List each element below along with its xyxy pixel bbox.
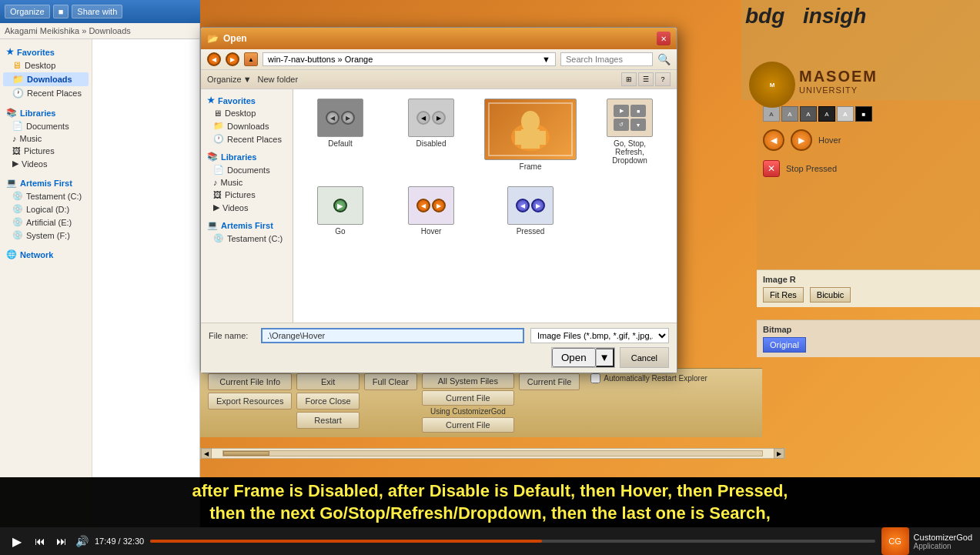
sidebar-item-logical[interactable]: 💿 Logical (D:)	[3, 202, 89, 216]
panel-btn-4[interactable]: A	[818, 106, 835, 122]
dialog-search-input[interactable]	[560, 52, 653, 66]
file-item-frame[interactable]: Frame	[481, 95, 580, 174]
file-item-pressed[interactable]: ◀ ▶ Pressed	[481, 183, 580, 239]
include-library-btn[interactable]: ■	[53, 5, 69, 18]
force-close-btn[interactable]: Force Close	[296, 393, 359, 410]
progress-bar[interactable]	[150, 540, 875, 543]
exit-btn[interactable]: Exit	[296, 373, 359, 390]
nav-desktop-icon: 🖥	[213, 109, 222, 118]
restart-btn[interactable]: Restart	[296, 412, 359, 429]
dialog-back-btn[interactable]: ◀	[207, 52, 221, 66]
network-title[interactable]: 🌐 Network	[3, 248, 89, 261]
dialog-cancel-btn[interactable]: Cancel	[620, 347, 669, 368]
play-btn[interactable]: ▶	[8, 532, 26, 550]
sidebar-item-artificial[interactable]: 💿 Artificial (E:)	[3, 216, 89, 229]
sidebar-item-documents[interactable]: 📄 Documents	[3, 119, 89, 132]
step-back-btn[interactable]: ⏮	[32, 533, 48, 549]
stop-pressed-icon[interactable]: ✕	[763, 160, 780, 177]
sidebar-item-system[interactable]: 💿 System (F:)	[3, 229, 89, 242]
full-clear-btn[interactable]: Full Clear	[364, 373, 417, 390]
using-customizer-label: Using CustomizerGod	[430, 407, 506, 416]
sidebar-item-music[interactable]: ♪ Music	[3, 132, 89, 145]
auto-restart-checkbox[interactable]	[590, 373, 600, 383]
artemis-icon: 💻	[207, 220, 218, 230]
dialog-open-arrow-btn[interactable]: ▼	[596, 348, 614, 367]
export-resources-btn[interactable]: Export Resources	[208, 393, 292, 410]
bitmap-btns: Original	[763, 337, 974, 353]
filename-input[interactable]	[261, 328, 524, 343]
view-btn-3[interactable]: ?	[655, 72, 671, 86]
sidebar-item-recent[interactable]: 🕐 Recent Places	[3, 86, 89, 100]
step-forward-btn[interactable]: ⏭	[54, 533, 69, 549]
hover-back-btn[interactable]: ◀	[763, 129, 784, 151]
dialog-forward-btn[interactable]: ▶	[226, 52, 239, 66]
lib-icon: 📚	[207, 152, 218, 162]
panel-btn-bold[interactable]: A	[837, 106, 854, 122]
file-item-gostop[interactable]: ▶ ■ ↺ ▼ Go, Stop,Refresh,Dropdown	[589, 95, 671, 174]
dialog-nav-pictures[interactable]: 🖼 Pictures	[204, 189, 289, 201]
view-btn-2[interactable]: ☰	[638, 72, 654, 86]
dialog-nav-videos[interactable]: ▶ Videos	[204, 201, 289, 214]
sidebar-item-testament[interactable]: 💿 Testament (C:)	[3, 189, 89, 202]
dialog-artemis-title[interactable]: 💻 Artemis First	[204, 219, 289, 232]
libraries-title[interactable]: 📚 Libraries	[3, 106, 89, 119]
panel-btn-2[interactable]: A	[781, 106, 798, 122]
dialog-nav-testament[interactable]: 💿 Testament (C:)	[204, 232, 289, 245]
organize-btn[interactable]: Organize	[5, 5, 50, 18]
dialog-address-text: win-7-nav-buttons » Orange	[268, 55, 373, 64]
file-item-hover[interactable]: ◀ ▶ Hover	[390, 183, 472, 239]
current-file-1-btn[interactable]: Current File	[422, 390, 514, 406]
dialog-close-btn[interactable]: ✕	[657, 32, 671, 45]
dialog-organize-btn[interactable]: Organize ▼	[207, 75, 252, 84]
dialog-fav-title[interactable]: ★ Favorites	[204, 94, 289, 107]
panel-btn-black[interactable]: ■	[855, 106, 872, 122]
share-with-btn[interactable]: Share with	[72, 5, 122, 18]
nav-recent-icon: 🕐	[213, 134, 224, 144]
scrollbar-thumb[interactable]	[223, 451, 269, 456]
hover-forward-btn[interactable]: ▶	[791, 129, 812, 151]
masoem-area: bdg insigh M MASOEM UNIVERSITY	[741, 0, 980, 100]
favorites-title[interactable]: ★ Favorites	[3, 45, 89, 59]
sidebar-item-videos[interactable]: ▶ Videos	[3, 157, 89, 170]
scrollbar-track[interactable]	[222, 450, 763, 456]
sidebar-item-pictures[interactable]: 🖼 Pictures	[3, 145, 89, 157]
file-item-disabled[interactable]: ◀ ▶ Disabled	[390, 95, 472, 174]
scrollbar-right-btn[interactable]: ▶	[774, 448, 784, 459]
dialog-nav-music[interactable]: ♪ Music	[204, 176, 289, 189]
dialog-new-folder-btn[interactable]: New folder	[258, 75, 299, 84]
view-btn-1[interactable]: ⊞	[621, 72, 637, 86]
panel-btn-3[interactable]: A	[800, 106, 817, 122]
current-file-2-btn[interactable]: Current File	[422, 417, 514, 433]
file-item-default[interactable]: ◀ ▶ Default	[299, 95, 381, 174]
right-hover-panel: A A A A A ■ ◀ ▶ Hover ✕ Stop Pressed	[757, 100, 980, 269]
dialog-up-btn[interactable]: ▲	[244, 52, 258, 66]
dialog-nav-desktop[interactable]: 🖥 Desktop	[204, 107, 289, 119]
bicubic-btn[interactable]: Bicubic	[810, 287, 851, 303]
all-system-files-btn[interactable]: All System Files	[422, 373, 514, 389]
dialog-nav-downloads[interactable]: 📁 Downloads	[204, 119, 289, 132]
scrollbar-left-btn[interactable]: ◀	[201, 448, 212, 459]
original-btn[interactable]: Original	[763, 337, 806, 353]
current-file-main-btn[interactable]: Current File	[519, 373, 580, 390]
dialog-nav-documents[interactable]: 📄 Documents	[204, 163, 289, 176]
fit-res-btn[interactable]: Fit Res	[763, 287, 804, 303]
sidebar-item-desktop[interactable]: 🖥 Desktop	[3, 59, 89, 72]
artemis-title[interactable]: 💻 Artemis First	[3, 176, 89, 189]
panel-btn-1[interactable]: A	[763, 106, 780, 122]
dialog-address-bar[interactable]: win-7-nav-buttons » Orange ▼	[263, 52, 556, 66]
filetype-select[interactable]: Image Files (*.bmp, *.gif, *.jpg,...	[530, 328, 669, 343]
dialog-nav-recent[interactable]: 🕐 Recent Places	[204, 132, 289, 145]
dialog-open-btn[interactable]: Open	[552, 348, 596, 367]
network-section: 🌐 Network	[3, 248, 89, 261]
masoem-text: MASOEM UNIVERSITY	[799, 68, 878, 95]
file-label-default: Default	[328, 139, 353, 148]
sidebar-item-downloads[interactable]: 📁 Downloads	[3, 72, 89, 86]
dialog-lib-title[interactable]: 📚 Libraries	[204, 150, 289, 163]
volume-icon[interactable]: 🔊	[75, 535, 89, 547]
drive-icon-e: 💿	[12, 217, 23, 227]
file-thumb-gostop: ▶ ■ ↺ ▼	[607, 99, 653, 137]
dialog-search-btn[interactable]: 🔍	[657, 53, 671, 65]
file-item-go[interactable]: ▶ Go	[299, 183, 381, 239]
bottom-scrollbar[interactable]: ◀ ▶	[200, 448, 785, 459]
current-file-info-btn[interactable]: Current File Info	[208, 373, 292, 390]
